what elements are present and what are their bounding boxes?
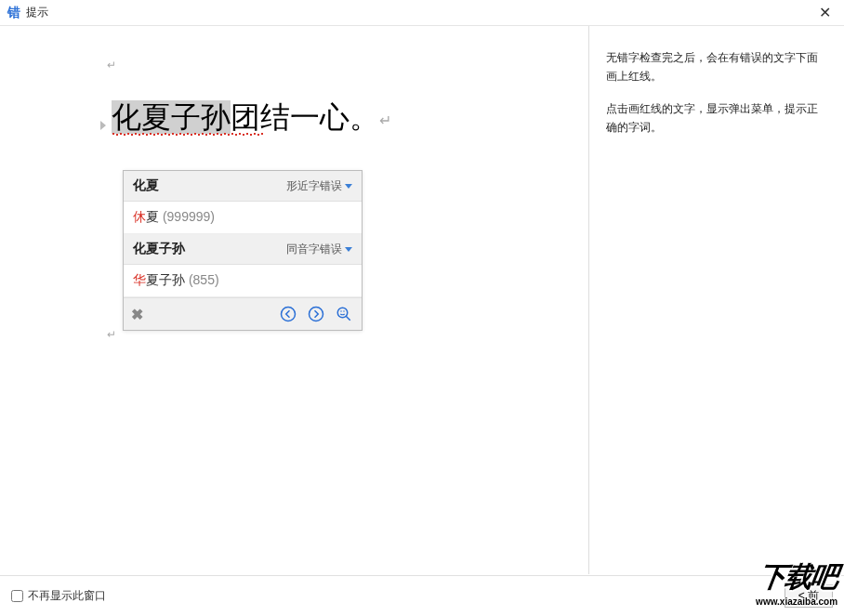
close-icon[interactable]: ✕ <box>813 2 837 23</box>
dont-show-checkbox[interactable]: 不再显示此窗口 <box>11 588 106 604</box>
svg-point-4 <box>340 310 342 312</box>
rest-text[interactable]: 团结一心。 <box>231 100 379 134</box>
suggestion-2[interactable]: 华夏子孙 (855) <box>124 265 362 297</box>
content-area: ↵ 化夏子孙团结一心。↵ 化夏 形近字错误 休夏 (999999) 化夏子孙 <box>0 26 844 574</box>
error-word-2: 化夏子孙 <box>133 241 185 257</box>
next-icon[interactable] <box>306 304 326 324</box>
error-type-2[interactable]: 同音字错误 <box>286 242 352 257</box>
error-underline <box>112 133 263 136</box>
prev-button[interactable]: < 前 <box>785 584 833 608</box>
paragraph-mark-icon: ↵ <box>107 328 116 341</box>
svg-point-1 <box>310 308 323 321</box>
dismiss-icon[interactable]: ✖ <box>131 306 143 323</box>
correction-popup: 化夏 形近字错误 休夏 (999999) 化夏子孙 同音字错误 华夏子孙 (8 <box>123 170 363 331</box>
popup-toolbar: ✖ <box>124 297 362 330</box>
popup-header-2: 化夏子孙 同音字错误 <box>124 234 362 265</box>
document-pane: ↵ 化夏子孙团结一心。↵ 化夏 形近字错误 休夏 (999999) 化夏子孙 <box>0 26 588 574</box>
chevron-down-icon[interactable] <box>345 247 352 252</box>
window-title: 提示 <box>26 5 48 20</box>
document-text[interactable]: 化夏子孙团结一心。↵ <box>112 99 391 135</box>
help-text-1: 无错字检查完之后，会在有错误的文字下面画上红线。 <box>606 48 827 86</box>
paragraph-mark-icon: ↵ <box>379 112 391 128</box>
suggestion-1[interactable]: 休夏 (999999) <box>124 202 362 234</box>
svg-point-5 <box>343 310 345 312</box>
svg-line-3 <box>346 316 350 321</box>
paragraph-mark-icon: ↵ <box>107 59 116 72</box>
prev-icon[interactable] <box>278 304 298 324</box>
help-text-2: 点击画红线的文字，显示弹出菜单，提示正确的字词。 <box>606 99 827 138</box>
error-type-1[interactable]: 形近字错误 <box>286 178 352 194</box>
svg-point-0 <box>282 308 296 321</box>
footer-bar: 不再显示此窗口 < 前 <box>0 575 844 616</box>
svg-point-2 <box>337 308 348 318</box>
help-pane: 无错字检查完之后，会在有错误的文字下面画上红线。 点击画红线的文字，显示弹出菜单… <box>588 26 844 574</box>
selected-text[interactable]: 化夏子孙 <box>112 100 231 134</box>
zoom-smile-icon[interactable] <box>334 304 354 324</box>
checkbox-input[interactable] <box>11 590 23 602</box>
caret-icon <box>100 121 106 130</box>
app-icon: 错 <box>7 5 20 21</box>
error-word-1: 化夏 <box>133 177 159 194</box>
popup-header-1: 化夏 形近字错误 <box>124 171 362 202</box>
chevron-down-icon[interactable] <box>345 184 352 189</box>
titlebar: 错 提示 ✕ <box>0 0 844 26</box>
